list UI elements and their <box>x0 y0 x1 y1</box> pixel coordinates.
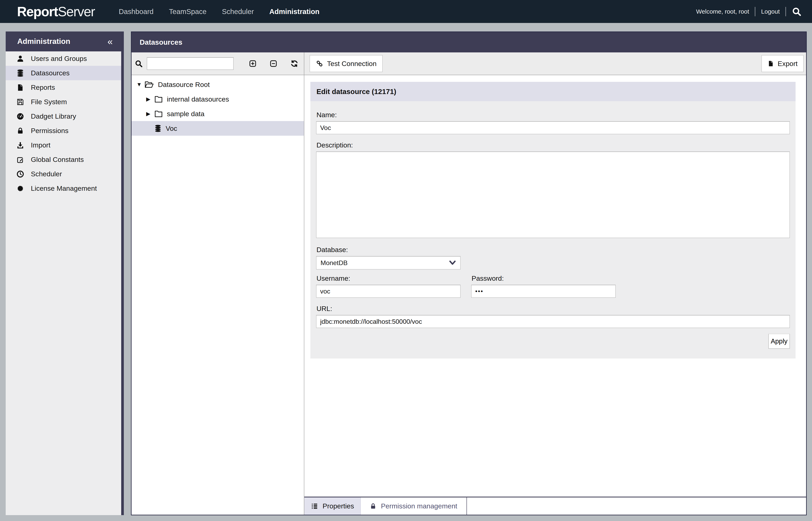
export-label: Export <box>778 60 797 68</box>
navbar-separator <box>755 7 755 16</box>
username-field[interactable] <box>316 285 461 298</box>
database-selected-value: MonetDB <box>320 259 348 267</box>
sidebar-item-users-and-groups[interactable]: Users and Groups <box>6 51 121 66</box>
export-button[interactable]: Export <box>761 55 804 72</box>
navbar-separator <box>785 7 786 16</box>
collapse-sidebar-icon[interactable]: « <box>108 37 113 46</box>
sidebar-item-scheduler[interactable]: Scheduler <box>6 167 121 181</box>
search-icon <box>135 60 143 68</box>
list-icon <box>311 502 318 510</box>
sidebar-item-label: Scheduler <box>31 170 62 178</box>
navbar-right: Welcome, root, root Logout <box>696 7 802 17</box>
panel-title: Datasources <box>140 38 182 46</box>
tab-label: Permission management <box>381 502 457 510</box>
url-field[interactable] <box>316 315 790 328</box>
datasources-panel: Datasources <box>131 31 807 515</box>
sidebar-item-dadget-library[interactable]: Dadget Library <box>6 109 121 123</box>
sidebar-item-label: Users and Groups <box>31 55 87 63</box>
app-logo: ReportServer <box>17 4 95 19</box>
editor-form-card: Edit datasource (12171) Name: Descriptio… <box>310 82 795 359</box>
menu-item-administration[interactable]: Administration <box>269 7 319 16</box>
apply-button[interactable]: Apply <box>768 334 790 349</box>
name-field[interactable] <box>316 121 790 134</box>
edit-icon <box>15 156 26 163</box>
sidebar-item-global-constants[interactable]: Global Constants <box>6 152 121 167</box>
tree-row-sample-data[interactable]: ▶ sample data <box>132 107 304 121</box>
database-icon <box>15 69 26 77</box>
apply-row: Apply <box>316 334 790 349</box>
chevron-down-icon <box>449 260 456 266</box>
editor-tabbar: Properties Permission management <box>304 497 806 515</box>
lock-icon <box>370 503 376 509</box>
datasource-form: Name: Description: Database: MonetDB Use… <box>310 101 795 359</box>
tree-node-label[interactable]: internal datasources <box>167 95 229 103</box>
edit-datasource-title: Edit datasource (12171) <box>316 88 396 96</box>
refresh-icon[interactable] <box>290 59 298 68</box>
credentials-row: Username: Password: <box>316 270 790 298</box>
sidebar-item-label: Permissions <box>31 127 68 135</box>
sidebar-header: Administration « <box>6 31 121 51</box>
folder-icon <box>154 110 163 118</box>
editor-spacer <box>304 359 806 497</box>
sidebar-item-label: Datasources <box>31 69 70 77</box>
sidebar-item-datasources[interactable]: Datasources <box>6 66 121 80</box>
sidebar-item-reports[interactable]: Reports <box>6 80 121 95</box>
sidebar-item-license-management[interactable]: License Management <box>6 181 121 196</box>
top-navbar: ReportServer Dashboard TeamSpace Schedul… <box>0 0 812 23</box>
test-connection-button[interactable]: Test Connection <box>310 55 383 72</box>
menu-item-scheduler[interactable]: Scheduler <box>222 7 254 16</box>
password-column: Password: <box>471 270 616 298</box>
tree-row-voc[interactable]: Voc <box>132 121 304 136</box>
tree-toolbar <box>132 52 304 75</box>
description-field[interactable] <box>316 152 790 238</box>
sidebar-item-label: Global Constants <box>31 156 84 163</box>
url-label: URL: <box>316 305 790 313</box>
global-search-icon[interactable] <box>792 7 802 17</box>
logo-light: Server <box>58 4 95 19</box>
tab-permission-management[interactable]: Permission management <box>361 497 467 515</box>
edit-datasource-header: Edit datasource (12171) <box>310 82 795 101</box>
tabbar-filler <box>467 497 806 515</box>
caret-right-icon[interactable]: ▶ <box>146 111 154 117</box>
caret-right-icon[interactable]: ▶ <box>146 96 154 103</box>
sidebar-item-label: File System <box>31 98 67 106</box>
sidebar-item-label: License Management <box>31 184 97 192</box>
name-label: Name: <box>316 111 790 119</box>
save-icon <box>15 98 26 106</box>
editor-toolbar: Test Connection Export <box>304 52 806 75</box>
administration-sidebar: Administration « Users and Groups Dataso… <box>6 31 124 515</box>
tree-row-datasource-root[interactable]: ▼ Datasource Root <box>132 77 304 92</box>
file-icon <box>15 84 26 91</box>
logout-link[interactable]: Logout <box>761 8 780 15</box>
main-menu: Dashboard TeamSpace Scheduler Administra… <box>119 7 319 16</box>
user-icon <box>15 55 26 63</box>
expand-all-icon[interactable] <box>249 60 257 68</box>
export-file-icon <box>767 60 774 67</box>
sidebar-item-permissions[interactable]: Permissions <box>6 123 121 138</box>
tree-search-input[interactable] <box>147 57 234 70</box>
tree-tools <box>249 59 298 68</box>
database-icon <box>154 124 162 132</box>
menu-item-dashboard[interactable]: Dashboard <box>119 7 153 16</box>
tab-properties[interactable]: Properties <box>304 497 361 515</box>
database-label: Database: <box>316 246 790 254</box>
password-field[interactable] <box>471 285 616 298</box>
collapse-all-icon[interactable] <box>269 60 278 68</box>
sidebar-item-import[interactable]: Import <box>6 138 121 152</box>
caret-down-icon[interactable]: ▼ <box>137 82 145 88</box>
username-label: Username: <box>316 274 461 282</box>
datasource-tree: ▼ Datasource Root ▶ internal datasources… <box>132 75 304 515</box>
sidebar-item-label: Import <box>31 141 50 149</box>
tree-row-internal-datasources[interactable]: ▶ internal datasources <box>132 92 304 107</box>
certificate-icon <box>15 185 26 192</box>
folder-icon <box>154 95 163 103</box>
tree-node-label[interactable]: sample data <box>167 110 205 118</box>
gauge-icon <box>15 112 26 120</box>
tree-node-label[interactable]: Datasource Root <box>158 81 210 89</box>
sidebar-item-file-system[interactable]: File System <box>6 95 121 109</box>
link-icon <box>316 60 324 67</box>
test-connection-label: Test Connection <box>327 60 377 68</box>
database-select[interactable]: MonetDB <box>316 256 461 270</box>
tree-node-label[interactable]: Voc <box>166 124 177 132</box>
menu-item-teamspace[interactable]: TeamSpace <box>169 7 207 16</box>
